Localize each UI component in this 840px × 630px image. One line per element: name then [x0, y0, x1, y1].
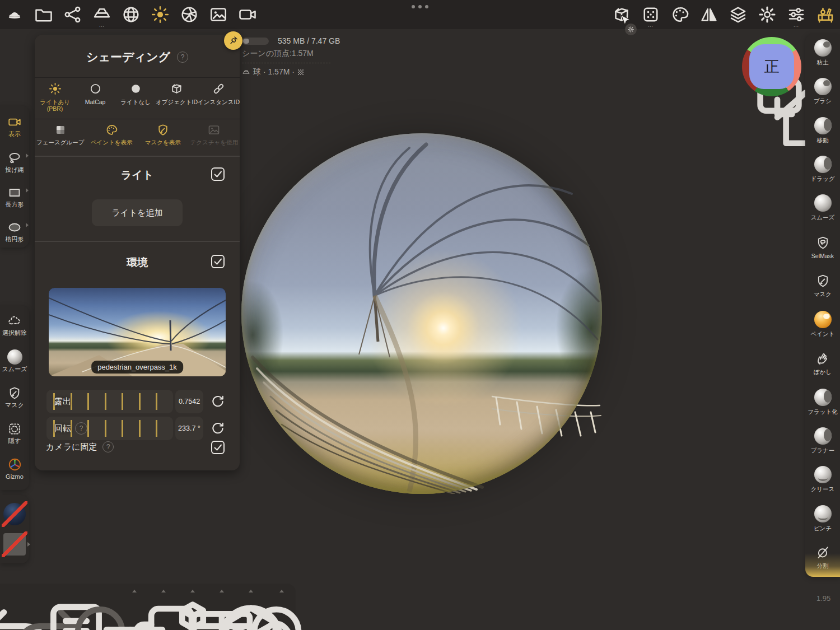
fix-to-camera-help-button[interactable]: ?: [102, 441, 114, 452]
filled-circle-icon: [129, 82, 143, 96]
workbench-button[interactable]: [815, 1, 836, 28]
left-tool-hide[interactable]: 隠す: [0, 415, 29, 451]
scene-button[interactable]: …: [92, 1, 112, 28]
exposure-reset-button[interactable]: [210, 394, 226, 409]
mode-object-id[interactable]: オブジェクトID: [156, 82, 198, 112]
add-light-button[interactable]: ライトを追加: [92, 199, 183, 226]
left-tool-smooth[interactable]: スムーズ: [0, 343, 29, 379]
background-image-button[interactable]: [208, 1, 228, 28]
brush-tool-move[interactable]: 移動: [805, 111, 840, 150]
camera-button[interactable]: [237, 1, 258, 28]
object-pyramid-icon: [242, 68, 250, 77]
light-section-title: ライト: [35, 168, 240, 183]
chevron-right-icon: [27, 542, 30, 547]
mode-instance-id[interactable]: インスタンスID: [198, 82, 240, 112]
exposure-slider[interactable]: 露出: [46, 390, 173, 413]
left-tool-gizmo[interactable]: Gizmo: [0, 451, 29, 487]
symmetry-button[interactable]: [699, 1, 719, 28]
brush-tool-clay[interactable]: 粘土: [805, 34, 840, 72]
rotation-slider[interactable]: 回転?: [46, 417, 173, 440]
voxel-remesh-button[interactable]: [612, 1, 632, 28]
scene-object-row[interactable]: 球 · 1.57M ·: [242, 67, 304, 77]
rotation-value[interactable]: 233.7 °: [175, 417, 203, 440]
display-toggles: フェースグループ ペイントを表示 マスクを表示 テクスチャを使用: [35, 123, 240, 147]
exposure-label: 露出: [54, 396, 71, 407]
brush-tool-crease[interactable]: クリース: [805, 460, 840, 499]
toggle-use-texture[interactable]: テクスチャを使用: [189, 123, 240, 147]
mode-unlit[interactable]: ライトなし: [115, 82, 156, 112]
orientation-gizmo[interactable]: 正: [742, 37, 801, 96]
brush-tool-split[interactable]: 分割: [805, 538, 840, 577]
texture-slot-none[interactable]: [3, 533, 26, 556]
scene-more-indicator: …: [92, 22, 112, 28]
memory-bar-fill: [243, 39, 249, 44]
mode-lit-pbr[interactable]: ライトあり(PBR): [35, 82, 75, 112]
stroke-settings-button[interactable]: …: [786, 1, 806, 28]
pinch-brush-icon: [814, 505, 832, 522]
shield-brush-icon: [156, 123, 170, 137]
dotted-selection-icon: [7, 422, 22, 436]
matcap-slot-none[interactable]: [3, 503, 26, 525]
left-tool-mask[interactable]: マスク: [0, 379, 29, 415]
files-button[interactable]: [34, 1, 54, 28]
disabled-strike-icon: [2, 531, 27, 557]
exposure-value[interactable]: 0.7542: [175, 390, 203, 413]
brush-tool-smudge[interactable]: ぼかし: [805, 344, 840, 382]
smooth-brush-icon: [814, 194, 832, 212]
brush-tool-pinch[interactable]: ピンチ: [805, 500, 840, 538]
panel-pin-button[interactable]: [224, 31, 242, 50]
multitask-handle[interactable]: [412, 5, 428, 8]
submenu-caret-icon: [132, 590, 137, 592]
brush-tool-brush[interactable]: ブラシ: [805, 72, 840, 111]
left-tool-ellipse[interactable]: 楕円形: [0, 214, 29, 249]
brush-tool-planar[interactable]: プラナー: [805, 422, 840, 460]
submenu-caret-icon: [161, 590, 166, 592]
brush-tool-drag[interactable]: ドラッグ: [805, 150, 840, 189]
status-divider: [242, 63, 330, 63]
toggle-show-paint[interactable]: ペイントを表示: [86, 123, 138, 147]
rotation-help-button[interactable]: ?: [75, 422, 87, 435]
gizmo-axes-icon: [7, 457, 22, 472]
viewport-sphere-object[interactable]: [241, 133, 602, 494]
orientation-front-face: 正: [749, 44, 794, 89]
topology-button[interactable]: [121, 1, 141, 28]
material-button[interactable]: [670, 1, 690, 28]
inspector-button[interactable]: インスペクタ: [265, 590, 298, 630]
dashed-cloud-icon: [7, 314, 22, 328]
rotation-reset-button[interactable]: [210, 421, 226, 436]
shading-help-button[interactable]: ?: [177, 52, 188, 63]
open-cube-icon: [612, 0, 632, 57]
left-tool-lasso[interactable]: 投げ縄: [0, 144, 29, 179]
left-tool-rectangle[interactable]: 長方形: [0, 179, 29, 214]
fix-to-camera-checkbox[interactable]: [211, 440, 225, 455]
postprocess-button[interactable]: [179, 1, 199, 28]
dyntopo-button[interactable]: …: [641, 1, 661, 28]
settings-button[interactable]: [757, 1, 777, 28]
memory-text: 535 MB / 7.47 GB: [278, 36, 340, 45]
app-logo-icon: [7, 7, 22, 22]
brush-tool-selmask[interactable]: SelMask: [805, 227, 840, 266]
light-enabled-checkbox[interactable]: [211, 167, 225, 181]
split-circle-icon: [815, 545, 830, 560]
checkbox-checked-icon: [211, 167, 225, 181]
left-tool-view[interactable]: 表示: [0, 108, 29, 144]
paint-brush-icon: [814, 311, 832, 328]
shading-button-active[interactable]: [150, 1, 170, 28]
clay-ball-icon: [7, 349, 22, 365]
toggle-show-mask[interactable]: マスクを表示: [137, 123, 189, 147]
cube-outline-icon: [170, 82, 184, 96]
pushpin-icon: [227, 35, 239, 47]
mode-matcap[interactable]: MatCap: [75, 82, 115, 112]
hdri-thumbnail[interactable]: pedestrian_overpass_1k: [49, 288, 226, 376]
toggle-facegroups[interactable]: フェースグループ: [35, 123, 86, 147]
left-tool-deselect[interactable]: 選択解除: [0, 306, 29, 343]
top-toolbar-right: … …: [612, 0, 836, 29]
brush-tool-smooth[interactable]: スムーズ: [805, 189, 840, 227]
brush-tool-flatten[interactable]: フラット化: [805, 383, 840, 422]
brush-tool-mask[interactable]: マスク: [805, 267, 840, 305]
brush-tool-paint[interactable]: ペイント: [805, 305, 840, 344]
environment-enabled-checkbox[interactable]: [211, 254, 225, 269]
layers-button[interactable]: [728, 1, 748, 28]
app-logo-button[interactable]: [4, 1, 25, 28]
export-button[interactable]: [63, 1, 83, 28]
